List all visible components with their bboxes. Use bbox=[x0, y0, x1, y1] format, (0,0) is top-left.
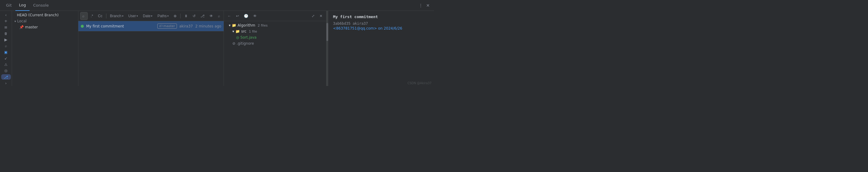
master-branch-item[interactable]: 📌 master bbox=[12, 24, 78, 30]
algorithm-folder-icon: 📁 bbox=[232, 23, 236, 27]
refresh-button[interactable]: ↺ bbox=[191, 12, 197, 20]
collapse-icon[interactable]: ‹ bbox=[1, 12, 11, 18]
tag-icon: 🏷 bbox=[159, 24, 162, 28]
regex-button[interactable]: .* bbox=[89, 12, 95, 20]
gitignore-label: .gitignore bbox=[237, 41, 254, 46]
detail-hash: 3ab6bd35 akira37 bbox=[333, 22, 429, 26]
close-diff-button[interactable]: ✕ bbox=[318, 12, 324, 20]
commit-message: My first commitment bbox=[86, 24, 155, 28]
hamburger-icon[interactable]: ≡ bbox=[1, 24, 11, 30]
expand-icon[interactable]: › bbox=[1, 80, 11, 86]
back-button[interactable]: ← bbox=[226, 12, 233, 20]
commit-tag: 🏷 master bbox=[157, 24, 177, 29]
delete-icon[interactable]: 🗑 bbox=[1, 31, 11, 36]
new-tab-icon: ⊕ bbox=[174, 14, 177, 18]
detail-author: <863781751@qq.com> on 2024/6/26 bbox=[333, 26, 429, 30]
sort-java-file[interactable]: ◎ Sort.java bbox=[224, 34, 326, 40]
detail-commit-message: My first commitment bbox=[333, 15, 429, 19]
close-button[interactable]: ✕ bbox=[424, 2, 432, 9]
merge-button[interactable]: ⎇ bbox=[198, 12, 207, 20]
clock-icon: 🕐 bbox=[244, 14, 248, 18]
tab-console[interactable]: Console bbox=[30, 0, 53, 11]
new-tab-button[interactable]: ⊕ bbox=[172, 12, 179, 20]
main-layout: ‹ + ≡ 🗑 ▶ ⌕ ▣ ↙ ⚠ ◎ ⎇ › HEAD (Current Br… bbox=[0, 11, 434, 86]
commit-dot bbox=[81, 25, 84, 28]
refresh-icon: ↺ bbox=[193, 14, 195, 18]
tab-git[interactable]: Git bbox=[2, 0, 16, 11]
author-email: <863781751@qq.com> bbox=[333, 26, 377, 30]
files-tree: ▾ 📁 Algorithm 2 files ▾ 📁 src 1 file ◎ S… bbox=[224, 21, 326, 86]
src-folder[interactable]: ▾ 📁 src 1 file bbox=[224, 28, 326, 34]
toolbar-separator bbox=[106, 13, 106, 19]
gitignore-file[interactable]: ⊘ .gitignore bbox=[224, 40, 326, 47]
undo-button[interactable]: ↩ bbox=[234, 12, 241, 20]
pause-button[interactable]: ⏸ bbox=[182, 12, 190, 20]
date-filter-button[interactable]: Date ▾ bbox=[141, 12, 154, 20]
commit-detail-panel: My first commitment 3ab6bd35 akira37 <86… bbox=[328, 11, 434, 86]
warning-icon[interactable]: ⚠ bbox=[1, 62, 11, 67]
src-folder-icon: 📁 bbox=[236, 29, 240, 33]
git-branch-icon[interactable]: ⎇ bbox=[1, 74, 11, 80]
master-label: master bbox=[25, 25, 38, 29]
local-section[interactable]: ▾ Local bbox=[12, 18, 78, 24]
branch-filter-chevron-icon: ▾ bbox=[122, 15, 124, 18]
arrow-down-left-icon[interactable]: ↙ bbox=[1, 56, 11, 61]
undo-icon: ↩ bbox=[236, 14, 239, 18]
branch-filter-button[interactable]: Branch ▾ bbox=[108, 12, 125, 20]
hash-value: 3ab6bd35 akira37 bbox=[333, 22, 368, 26]
search-sidebar-icon[interactable]: ⌕ bbox=[1, 43, 11, 49]
toolbar-separator-2 bbox=[180, 13, 181, 19]
local-chevron-icon: ▾ bbox=[14, 20, 16, 23]
close-diff-icon: ✕ bbox=[319, 14, 322, 18]
user-filter-label: User bbox=[128, 14, 136, 18]
watermark: CSDN @Akira37 bbox=[407, 82, 432, 85]
globe-icon[interactable]: ◎ bbox=[1, 68, 11, 74]
commit-search-box[interactable]: ⌕ bbox=[80, 12, 88, 20]
diff-eye-button[interactable]: 👁 bbox=[251, 12, 258, 20]
eye-button[interactable]: 👁 bbox=[208, 12, 215, 20]
search-commits-button[interactable]: ⌕ bbox=[216, 12, 222, 20]
sort-java-icon: ◎ bbox=[236, 35, 239, 39]
case-button[interactable]: Cc bbox=[96, 12, 104, 20]
case-label: Cc bbox=[98, 14, 102, 18]
top-bar: Git Log Console ⋮ ✕ bbox=[0, 0, 434, 11]
paths-filter-chevron-icon: ▾ bbox=[167, 15, 169, 18]
algorithm-chevron-icon: ▾ bbox=[229, 23, 230, 27]
commits-panel: ⌕ .* Cc Branch ▾ User ▾ Date ▾ bbox=[79, 11, 224, 86]
head-branch-item[interactable]: HEAD (Current Branch) bbox=[12, 12, 78, 18]
commit-author: akira37 bbox=[179, 24, 193, 28]
commits-toolbar: ⌕ .* Cc Branch ▾ User ▾ Date ▾ bbox=[79, 11, 224, 21]
tab-log[interactable]: Log bbox=[16, 0, 30, 11]
date-filter-label: Date bbox=[143, 14, 150, 18]
date-filter-chevron-icon: ▾ bbox=[151, 15, 153, 18]
clock-button[interactable]: 🕐 bbox=[242, 12, 250, 20]
terminal-icon[interactable]: ▣ bbox=[1, 49, 11, 55]
paths-filter-button[interactable]: Paths ▾ bbox=[156, 12, 170, 20]
expand-icon: ⤢ bbox=[312, 14, 315, 18]
sidebar-icons: ‹ + ≡ 🗑 ▶ ⌕ ▣ ↙ ⚠ ◎ ⎇ › bbox=[0, 11, 12, 86]
back-icon: ← bbox=[227, 14, 231, 18]
commit-time: 2 minutes ago bbox=[195, 24, 221, 28]
more-button[interactable]: ⋮ bbox=[417, 2, 424, 9]
pin-icon: 📌 bbox=[19, 25, 24, 29]
merge-icon: ⎇ bbox=[200, 14, 205, 18]
algorithm-folder[interactable]: ▾ 📁 Algorithm 2 files bbox=[224, 22, 326, 28]
commit-date: 2024/6/26 bbox=[384, 26, 402, 30]
user-filter-chevron-icon: ▾ bbox=[136, 15, 138, 18]
src-label: src bbox=[241, 29, 247, 33]
run-icon[interactable]: ▶ bbox=[1, 37, 11, 42]
add-icon[interactable]: + bbox=[1, 19, 11, 24]
src-chevron-icon: ▾ bbox=[232, 29, 234, 33]
search-icon: ⌕ bbox=[82, 14, 84, 18]
files-panel: ← ↩ 🕐 👁 ⤢ ✕ ▾ 📁 Alg bbox=[224, 11, 327, 86]
user-filter-button[interactable]: User ▾ bbox=[127, 12, 140, 20]
algorithm-count: 2 files bbox=[258, 24, 268, 27]
diff-eye-icon: 👁 bbox=[253, 14, 257, 18]
commit-row[interactable]: My first commitment 🏷 master akira37 2 m… bbox=[79, 21, 224, 31]
commit-branch-label: master bbox=[163, 24, 175, 28]
eye-icon: 👁 bbox=[210, 14, 213, 18]
branch-panel: HEAD (Current Branch) ▾ Local 📌 master bbox=[12, 11, 79, 86]
expand-button[interactable]: ⤢ bbox=[310, 12, 316, 20]
commits-list: My first commitment 🏷 master akira37 2 m… bbox=[79, 21, 224, 86]
diff-toolbar: ← ↩ 🕐 👁 ⤢ ✕ bbox=[224, 11, 326, 21]
